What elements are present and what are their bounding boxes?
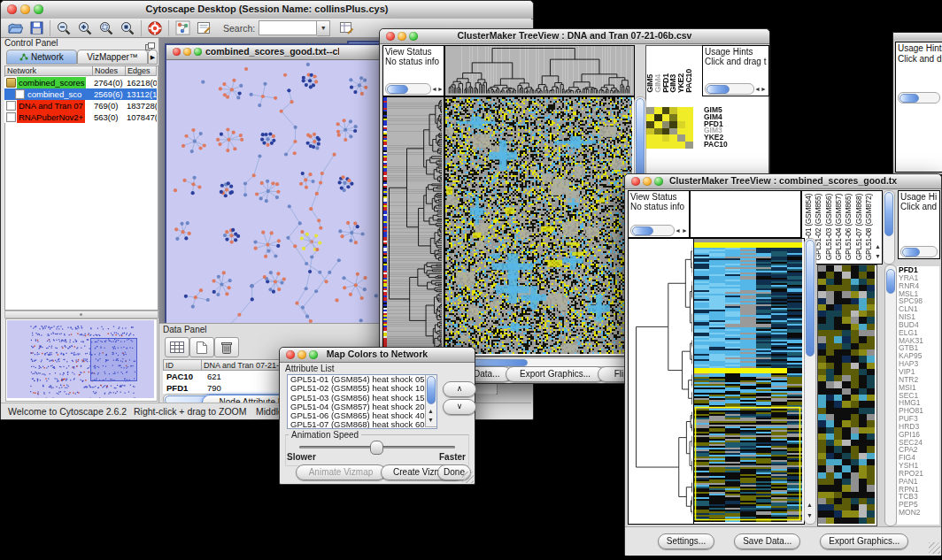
- zoom-window-button[interactable]: [409, 32, 418, 41]
- scroll-up-arrow[interactable]: ▲: [807, 501, 813, 509]
- view-status-scrollbar[interactable]: [385, 83, 431, 95]
- save-session-button[interactable]: [26, 19, 47, 37]
- resize-grip[interactable]: [929, 542, 940, 554]
- scroll-down-arrow[interactable]: ▼: [875, 252, 881, 260]
- scrollbar-thumb[interactable]: [806, 240, 815, 357]
- scrollbar-thumb[interactable]: [886, 269, 895, 294]
- minimize-button[interactable]: [20, 4, 30, 14]
- heatmap-vscrollbar[interactable]: ▲ ▼: [804, 238, 816, 525]
- treeview2-titlebar[interactable]: ClusterMaker TreeView : combined_scores_…: [625, 174, 941, 189]
- tab-network[interactable]: Network: [6, 50, 77, 65]
- network-list-item[interactable]: DNA and Tran 07769(0)183728(0): [4, 100, 157, 111]
- matrix-cell[interactable]: [669, 128, 677, 135]
- gene-label[interactable]: MON2: [897, 509, 939, 517]
- zoom-out-button[interactable]: [53, 19, 74, 37]
- gene-list[interactable]: PFD1YRA1RNR4MSL1SPC98CLN1NIS1BUD4ELG1MAK…: [897, 266, 939, 525]
- treeview1-button-2[interactable]: Export Graphics...: [506, 366, 605, 382]
- frame-close-button[interactable]: [173, 48, 181, 56]
- move-up-button[interactable]: ∧: [443, 381, 476, 397]
- matrix-cell[interactable]: [646, 134, 654, 142]
- zoom-window-button[interactable]: [309, 350, 318, 359]
- minimize-button[interactable]: [297, 350, 306, 359]
- matrix-cell[interactable]: [677, 134, 685, 142]
- view-status-scrollbar[interactable]: [630, 225, 675, 236]
- zoom-window-button[interactable]: [34, 4, 43, 14]
- matrix-cell[interactable]: [685, 134, 693, 142]
- usage-hints-scrollbar[interactable]: [898, 92, 940, 104]
- scroll-right-arrow[interactable]: ►: [761, 85, 767, 93]
- id-column-header[interactable]: ID: [163, 359, 202, 371]
- matrix-cell[interactable]: [685, 121, 693, 128]
- treeview2-button-2[interactable]: Save Data...: [734, 533, 800, 549]
- select-attributes-button[interactable]: [165, 337, 189, 357]
- zoom-heatmap[interactable]: [818, 265, 875, 524]
- attribute-item[interactable]: GPL51-07 (GSM868) heat shock 60 min: [288, 420, 436, 429]
- row-dendrogram[interactable]: [629, 239, 692, 522]
- matrix-cell[interactable]: [662, 134, 670, 142]
- row-dendrogram[interactable]: [387, 97, 442, 354]
- matrix-cell[interactable]: [662, 142, 670, 149]
- scroll-left-arrow[interactable]: ◄: [754, 85, 761, 93]
- matrix-cell[interactable]: [669, 134, 677, 142]
- matrix-cell[interactable]: [685, 142, 693, 149]
- zoom-fit-button[interactable]: [96, 19, 117, 37]
- treeview2-button-3[interactable]: Export Graphics...: [820, 533, 908, 549]
- close-button[interactable]: [386, 32, 395, 41]
- zoom-window-button[interactable]: [654, 177, 663, 186]
- global-heatmap[interactable]: [694, 239, 802, 522]
- treeview2-button-1[interactable]: Settings...: [658, 533, 714, 549]
- close-button[interactable]: [631, 177, 640, 186]
- network-canvas[interactable]: [166, 60, 380, 326]
- network-overview-button[interactable]: [144, 19, 166, 37]
- matrix-cell[interactable]: [669, 142, 677, 149]
- matrix-cell[interactable]: [662, 114, 670, 121]
- cytoscape-titlebar[interactable]: Cytoscape Desktop (Session Name: collins…: [1, 1, 533, 19]
- scroll-down-arrow[interactable]: ▼: [807, 511, 813, 519]
- scroll-up-arrow[interactable]: ▲: [875, 242, 881, 250]
- matrix-cell[interactable]: [685, 114, 693, 121]
- vizmapper-button[interactable]: [172, 19, 193, 37]
- minimize-button[interactable]: [398, 32, 406, 41]
- dialog-titlebar[interactable]: Map Colors to Network: [280, 348, 475, 363]
- matrix-cell[interactable]: [654, 134, 662, 142]
- matrix-cell[interactable]: [685, 107, 693, 114]
- column-header-edges[interactable]: Edges: [125, 65, 157, 76]
- treeview1-titlebar[interactable]: ClusterMaker TreeView : DNA and Tran 07-…: [380, 29, 769, 44]
- zoom-matrix[interactable]: [646, 107, 693, 149]
- matrix-cell[interactable]: [669, 114, 677, 121]
- matrix-cell[interactable]: [646, 128, 654, 135]
- scroll-right-arrow[interactable]: ►: [437, 85, 444, 93]
- delete-attribute-button[interactable]: [214, 337, 239, 357]
- speed-slider-thumb[interactable]: [370, 441, 383, 455]
- matrix-cell[interactable]: [646, 121, 654, 128]
- attribute-listbox[interactable]: GPL51-01 (GSM854) heat shock 05 minGPL51…: [287, 374, 437, 429]
- column-header-nodes[interactable]: Nodes: [92, 65, 126, 76]
- open-session-button[interactable]: [4, 19, 26, 37]
- matrix-cell[interactable]: [654, 107, 662, 114]
- matrix-cell[interactable]: [662, 121, 670, 128]
- column-dendrogram[interactable]: [445, 46, 632, 94]
- frame-minimize-button[interactable]: [183, 48, 191, 56]
- move-down-button[interactable]: ∨: [443, 399, 476, 415]
- matrix-cell[interactable]: [654, 114, 662, 121]
- scrollbar-thumb[interactable]: [427, 376, 436, 404]
- matrix-cell[interactable]: [662, 128, 670, 135]
- list-vscrollbar[interactable]: ▲ ▼: [425, 375, 436, 427]
- usage-hints-scrollbar[interactable]: [900, 246, 938, 257]
- matrix-cell[interactable]: [677, 142, 685, 149]
- annotation-button[interactable]: [193, 19, 214, 37]
- zoom-in-button[interactable]: [74, 19, 96, 37]
- birdseye-view[interactable]: [7, 320, 154, 398]
- scroll-up-arrow[interactable]: ▲: [428, 407, 434, 415]
- network-list-item[interactable]: combined_scores2764(0)16218(0): [4, 77, 157, 88]
- matrix-cell[interactable]: [669, 121, 677, 128]
- new-attribute-button[interactable]: [189, 337, 214, 357]
- scroll-down-arrow[interactable]: ▼: [428, 416, 434, 424]
- gene-list-scrollbar[interactable]: [884, 265, 897, 526]
- scrollbar-thumb[interactable]: [884, 192, 893, 236]
- close-button[interactable]: [7, 4, 17, 14]
- tab-overflow-button[interactable]: ▶: [148, 50, 158, 65]
- network-list-item[interactable]: combined_sco2569(6)13112(15): [4, 88, 157, 100]
- scroll-left-arrow[interactable]: ◄: [675, 226, 681, 234]
- matrix-cell[interactable]: [654, 142, 662, 149]
